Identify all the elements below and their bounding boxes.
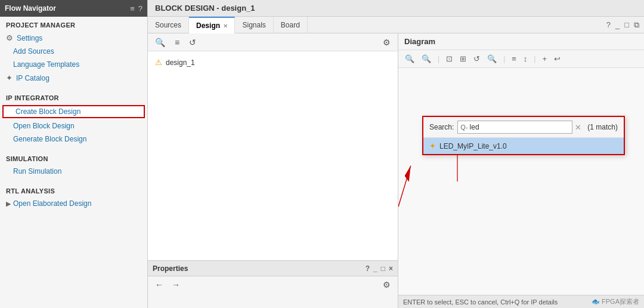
- minimize-tab-icon[interactable]: _: [615, 20, 620, 29]
- result-item-text: LED_MyIP_Lite_v1.0: [439, 142, 507, 150]
- sidebar-item-open-elaborated-design[interactable]: ▶ Open Elaborated Design: [0, 197, 147, 210]
- navigator-header: Flow Navigator ≡ ?: [0, 0, 147, 17]
- sidebar-item-generate-block-design[interactable]: Generate Block Design: [0, 133, 147, 146]
- sidebar-item-settings[interactable]: ⚙ Settings: [0, 31, 147, 45]
- tab-toolbar-icons: ? _ □ ⧉: [606, 20, 644, 30]
- diag-fit-icon[interactable]: ⊡: [444, 53, 454, 64]
- properties-maximize-icon[interactable]: □: [381, 264, 385, 273]
- search-popup-icon: Q-: [460, 124, 467, 131]
- refresh-toolbar-icon[interactable]: ↺: [187, 36, 199, 48]
- sidebar-item-language-templates[interactable]: Language Templates: [0, 58, 147, 71]
- arrow-overlay: [398, 68, 644, 295]
- diag-add-icon[interactable]: +: [540, 53, 549, 64]
- properties-panel: Properties ? _ □ × ← → ⚙: [148, 260, 398, 308]
- svg-line-1: [398, 166, 411, 207]
- ip-integrator-section: IP INTEGRATOR: [0, 90, 147, 104]
- diagram-toolbar: 🔍 🔍 | ⊡ ⊞ ↺ 🔍 | ≡ ↕ | + ↩: [398, 50, 644, 68]
- design-panel: 🔍 ≡ ↺ ⚙ ⚠ design_1 Properties ? _: [148, 33, 398, 308]
- prop-back-icon[interactable]: ←: [153, 279, 166, 291]
- tab-signals[interactable]: Signals: [235, 17, 273, 33]
- navigator-header-icons: ≡ ?: [130, 4, 143, 13]
- properties-header: Properties ? _ □ ×: [148, 261, 398, 276]
- status-logo: 🐟 FPGA探索者: [592, 297, 639, 306]
- diag-collapse-icon[interactable]: ≡: [510, 53, 518, 64]
- diag-rotate-icon[interactable]: ↺: [472, 53, 482, 64]
- properties-help-icon[interactable]: ?: [366, 264, 370, 273]
- design-toolbar: 🔍 ≡ ↺ ⚙: [148, 33, 398, 51]
- properties-close-icon[interactable]: ×: [389, 264, 393, 273]
- diagram-status-bar: ENTER to select, ESC to cancel, Ctrl+Q f…: [398, 295, 644, 308]
- diagram-content: Search: Q- led ✕ (1 match) ✦ LED_MyIP_Li…: [398, 68, 644, 295]
- minimize-icon[interactable]: ≡: [130, 4, 135, 13]
- plus-icon: ✦: [6, 73, 13, 82]
- properties-minimize-icon[interactable]: _: [373, 264, 377, 273]
- design-content: ⚠ design_1: [148, 51, 398, 260]
- diag-zoom-out-icon[interactable]: 🔍: [403, 53, 416, 64]
- diag-undo-icon[interactable]: ↩: [552, 53, 562, 64]
- prop-settings-icon[interactable]: ⚙: [380, 279, 393, 291]
- block-design-header: BLOCK DESIGN - design_1: [148, 0, 644, 17]
- properties-toolbar: ← → ⚙: [148, 276, 398, 293]
- diag-search-icon[interactable]: 🔍: [485, 53, 499, 64]
- tab-sources[interactable]: Sources: [148, 17, 189, 33]
- search-input-text[interactable]: led: [470, 123, 570, 131]
- right-side: BLOCK DESIGN - design_1 Sources Design ×…: [148, 0, 644, 308]
- properties-header-icons: ? _ □ ×: [366, 264, 393, 273]
- search-label: Search:: [429, 123, 454, 131]
- diag-select-icon[interactable]: ⊞: [458, 53, 468, 64]
- diag-expand-icon[interactable]: ↕: [522, 53, 530, 64]
- navigator-title: Flow Navigator: [5, 4, 56, 13]
- sidebar-item-ip-catalog[interactable]: ✦ IP Catalog: [0, 71, 147, 85]
- maximize-tab-icon[interactable]: □: [624, 20, 629, 29]
- diagram-header: Diagram: [398, 33, 644, 50]
- sidebar-item-add-sources[interactable]: Add Sources: [0, 45, 147, 58]
- result-item-icon: ✦: [429, 141, 436, 150]
- tabs-bar: Sources Design × Signals Board ? _ □ ⧉: [148, 17, 644, 33]
- help-icon[interactable]: ?: [138, 4, 143, 13]
- project-manager-section: PROJECT MANAGER: [0, 17, 147, 31]
- diagram-panel: Diagram 🔍 🔍 | ⊡ ⊞ ↺ 🔍 | ≡ ↕ | + ↩: [398, 33, 644, 308]
- tab-close-icon[interactable]: ×: [224, 22, 227, 29]
- rtl-analysis-section: RTL ANALYSIS: [0, 183, 147, 197]
- content-split: 🔍 ≡ ↺ ⚙ ⚠ design_1 Properties ? _: [148, 33, 644, 308]
- tab-board[interactable]: Board: [274, 17, 308, 33]
- float-tab-icon[interactable]: ⧉: [634, 20, 639, 30]
- search-popup-row: Search: Q- led ✕ (1 match): [423, 117, 624, 138]
- navigator-panel: Flow Navigator ≡ ? PROJECT MANAGER ⚙ Set…: [0, 0, 148, 308]
- search-clear-icon[interactable]: ✕: [575, 123, 581, 132]
- search-input-wrap[interactable]: Q- led: [457, 121, 572, 134]
- search-match-count: (1 match): [587, 123, 618, 131]
- settings-toolbar-icon[interactable]: ⚙: [380, 36, 393, 48]
- search-result-item[interactable]: ✦ LED_MyIP_Lite_v1.0: [423, 138, 624, 154]
- help-tab-icon[interactable]: ?: [606, 20, 611, 29]
- design-tree-item[interactable]: ⚠ design_1: [153, 56, 393, 69]
- sidebar-item-run-simulation[interactable]: Run Simulation: [0, 165, 147, 178]
- status-message: ENTER to select, ESC to cancel, Ctrl+Q f…: [403, 298, 558, 306]
- warning-icon: ⚠: [155, 58, 162, 67]
- sidebar-item-create-block-design[interactable]: Create Block Design: [2, 105, 145, 118]
- gear-icon: ⚙: [6, 33, 13, 42]
- search-toolbar-icon[interactable]: 🔍: [153, 36, 168, 48]
- tab-design[interactable]: Design ×: [189, 17, 235, 33]
- diag-zoom-in-icon[interactable]: 🔍: [420, 53, 433, 64]
- prop-forward-icon[interactable]: →: [169, 279, 182, 291]
- simulation-section: SIMULATION: [0, 150, 147, 165]
- sidebar-item-open-block-design[interactable]: Open Block Design: [0, 119, 147, 133]
- chevron-right-icon: ▶: [6, 200, 11, 208]
- search-popup: Search: Q- led ✕ (1 match) ✦ LED_MyIP_Li…: [422, 116, 625, 155]
- collapse-toolbar-icon[interactable]: ≡: [172, 36, 182, 48]
